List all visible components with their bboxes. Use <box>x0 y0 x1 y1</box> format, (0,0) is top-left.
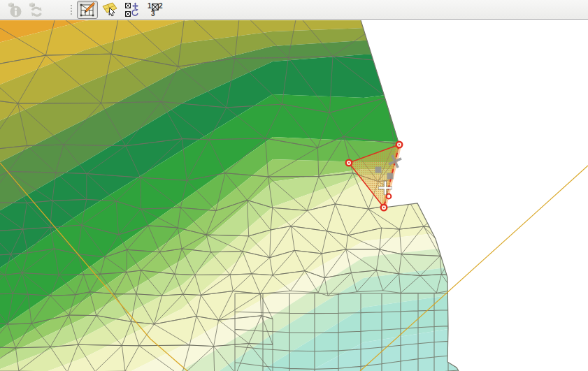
digit-one: 1 <box>148 3 152 10</box>
refresh-cube-icon <box>27 1 43 18</box>
select-mesh-button[interactable] <box>99 1 120 19</box>
transform-vertices-button[interactable] <box>122 1 143 19</box>
vertex-marker-dot <box>383 207 385 208</box>
toolbar-separator <box>70 3 73 16</box>
mesh-reload-button <box>25 1 44 19</box>
application-window: 1 2 3 <box>0 0 588 371</box>
mesh-editing-toolbar: 1 2 3 <box>0 0 588 20</box>
map-canvas[interactable] <box>0 20 588 371</box>
crossed-box-glyph <box>152 3 159 10</box>
digit-three: 3 <box>151 10 155 17</box>
edge-midpoint-marker[interactable] <box>375 167 382 173</box>
mesh-map-svg <box>0 20 588 371</box>
mesh-layer <box>0 20 498 371</box>
info-cube-icon <box>6 1 23 18</box>
digitize-mesh-button[interactable] <box>77 1 98 19</box>
edge-midpoint-marker[interactable] <box>387 173 394 180</box>
toolbar-gap <box>45 9 67 10</box>
reindex-faces-icon: 1 2 3 <box>147 2 162 17</box>
vertex-marker-dot <box>399 144 400 145</box>
digit-two: 2 <box>159 3 163 10</box>
mesh-pencil-icon <box>80 2 95 17</box>
snap-marker <box>387 194 392 199</box>
elevation-bands-layer <box>0 20 461 371</box>
vertex-marker-dot <box>348 162 350 163</box>
mesh-select-cursor-icon <box>102 2 117 17</box>
reindex-mesh-button[interactable]: 1 2 3 <box>144 1 165 19</box>
transform-vertices-icon <box>124 2 140 17</box>
mesh-info-button <box>5 1 24 19</box>
